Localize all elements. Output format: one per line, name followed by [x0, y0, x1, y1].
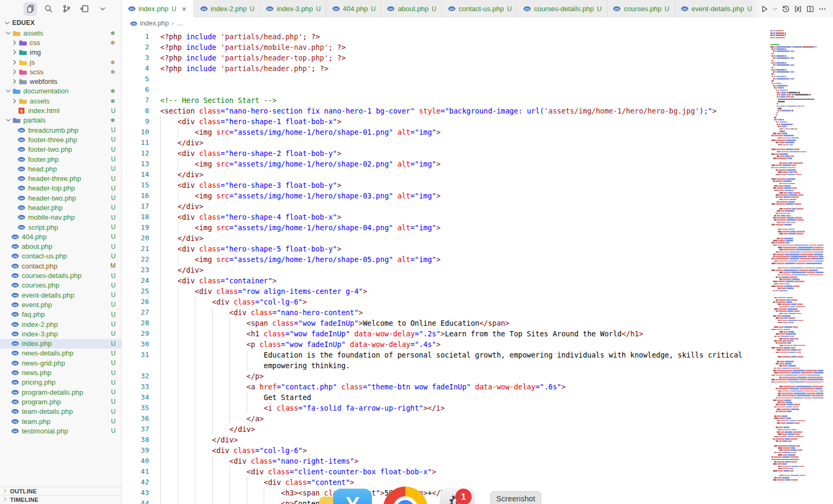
php-icon: php — [17, 223, 25, 231]
tree-item-contact-us-php[interactable]: phpcontact-us.phpU — [0, 251, 122, 261]
tree-item-scss[interactable]: scss — [0, 67, 122, 76]
tab-index-2-php[interactable]: phpindex-2.phpU — [194, 0, 261, 18]
php-icon: php — [17, 164, 25, 173]
line-number: 43 — [122, 488, 149, 498]
tree-item-assets[interactable]: assets — [0, 96, 122, 106]
folder-icon — [19, 97, 27, 105]
indent-guide — [178, 339, 195, 350]
views-chevron-icon[interactable] — [96, 2, 109, 16]
git-status-badge: U — [111, 243, 116, 250]
chevron-right-icon — [11, 68, 19, 76]
git-status-badge: U — [111, 301, 116, 308]
tree-item-documentation[interactable]: documentation — [0, 86, 122, 96]
indent-guide — [160, 466, 178, 477]
tree-item-courses-details-php[interactable]: phpcourses-details.phpU — [0, 271, 122, 280]
code-text: <p class="wow fadeInUp" data-wow-delay="… — [247, 339, 441, 350]
tree-item-footer-three-php[interactable]: phpfooter-three.phpU — [0, 135, 122, 144]
tree-item-index-php[interactable]: phpindex.phpU — [0, 339, 122, 349]
open-changes-button[interactable] — [793, 3, 803, 15]
breadcrumb-more[interactable]: … — [176, 20, 183, 27]
tree-item-img[interactable]: img — [0, 48, 122, 57]
tree-item-news-details-php[interactable]: phpnews-details.phpU — [0, 349, 122, 358]
tree-item-testimonial-php[interactable]: phptestimonial.phpU — [0, 426, 122, 436]
minimap[interactable] — [770, 30, 823, 497]
more-actions-button[interactable] — [817, 3, 828, 15]
explorer-icon[interactable] — [23, 2, 37, 16]
code-line: 16<img src="assets/img/home-1/hero/shape… — [122, 190, 833, 201]
tree-root-eduex[interactable]: EDUEX — [0, 18, 122, 28]
tree-item-script-php[interactable]: phpscript.phpU — [0, 222, 122, 232]
tree-item-js[interactable]: js — [0, 57, 122, 67]
tree-item-pricing-php[interactable]: phppricing.phpU — [0, 378, 122, 387]
run-button[interactable] — [759, 3, 770, 15]
tab-index-php[interactable]: phpindex.phpU× — [122, 0, 194, 18]
tree-item-team-php[interactable]: phpteam.phpU — [0, 416, 122, 426]
code-editor[interactable]: 1<?php include 'partials/head.php'; ?>2<… — [122, 29, 833, 504]
code-text: </a> — [247, 413, 264, 424]
line-number: 12 — [122, 148, 149, 159]
timeline-button[interactable] — [780, 3, 791, 15]
search-icon[interactable] — [41, 2, 55, 16]
tree-item-news-php[interactable]: phpnews.phpU — [0, 368, 122, 377]
tree-item-about-php[interactable]: phpabout.phpU — [0, 242, 122, 251]
tree-item-event-details-php[interactable]: phpevent-details.phpU — [0, 290, 122, 300]
tree-item-webfonts[interactable]: webfonts — [0, 76, 122, 86]
tree-item-label: event.php — [22, 301, 52, 309]
tree-item-head-php[interactable]: phphead.phpU — [0, 164, 122, 173]
tree-item-404-php[interactable]: php404.phpU — [0, 232, 122, 241]
tree-item-css[interactable]: css — [0, 38, 122, 47]
indent-guide — [178, 350, 195, 360]
timeline-panel-header[interactable]: TIMELINE — [0, 496, 122, 504]
tree-item-faq-php[interactable]: phpfaq.phpU — [0, 310, 122, 319]
tree-item-event-php[interactable]: phpevent.phpU — [0, 300, 122, 309]
tab-404-php[interactable]: php404.phpU — [326, 0, 381, 18]
tree-item-label: event-details.php — [22, 291, 74, 299]
indent-guide — [160, 275, 178, 286]
tree-item-program-details-php[interactable]: phpprogram-details.phpU — [0, 387, 122, 397]
split-editor-button[interactable] — [805, 3, 815, 15]
line-number: 1 — [122, 31, 149, 42]
svg-text:php: php — [268, 7, 272, 10]
tree-item-breadcrumb-php[interactable]: phpbreadcrumb.phpU — [0, 125, 122, 135]
close-icon[interactable]: × — [180, 5, 188, 13]
tab-courses-details-php[interactable]: phpcourses-details.phpU — [517, 0, 607, 18]
php-icon: php — [387, 5, 395, 13]
svg-text:php: php — [13, 342, 17, 345]
php-icon: php — [11, 340, 19, 348]
git-status-badge: U — [171, 5, 176, 13]
tree-item-team-details-php[interactable]: phpteam-details.phpU — [0, 407, 122, 416]
tab-index-3-php[interactable]: phpindex-3.phpU — [261, 0, 327, 18]
breadcrumb-file[interactable]: index.php — [140, 20, 169, 27]
tree-item-partials[interactable]: partials — [0, 116, 122, 125]
extensions-icon[interactable] — [77, 2, 91, 16]
tree-item-header-php[interactable]: phpheader.phpU — [0, 203, 122, 212]
outline-panel-header[interactable]: OUTLINE — [0, 486, 122, 496]
indent-guide — [160, 498, 178, 504]
tree-item-header-three-php[interactable]: phpheader-three.phpU — [0, 173, 122, 183]
tree-item-assets[interactable]: assets — [0, 28, 122, 38]
indent-guide — [212, 498, 230, 504]
git-status-badge: U — [111, 330, 116, 337]
tab-courses-php[interactable]: phpcourses.phpU — [608, 0, 675, 18]
indent-guide — [178, 127, 195, 137]
tab-event-details-php[interactable]: phpevent-details.phpU — [675, 0, 758, 18]
tab-contact-us-php[interactable]: phpcontact-us.phpU — [442, 0, 518, 18]
tree-item-header-two-php[interactable]: phpheader-two.phpU — [0, 193, 122, 203]
tree-item-news-grid-php[interactable]: phpnews-grid.phpU — [0, 358, 122, 368]
indent-guide — [195, 339, 212, 350]
tree-item-index-html[interactable]: 5index.htmlU — [0, 106, 122, 115]
tree-item-contact-php[interactable]: phpcontact.phpM — [0, 261, 122, 271]
tree-item-courses-php[interactable]: phpcourses.phpU — [0, 281, 122, 290]
source-control-icon[interactable] — [59, 2, 73, 16]
indent-guide — [178, 392, 195, 403]
tree-item-header-top-php[interactable]: phpheader-top.phpU — [0, 184, 122, 193]
tree-item-index-3-php[interactable]: phpindex-3.phpU — [0, 329, 122, 338]
tab-about-php[interactable]: phpabout.phpU — [381, 0, 442, 18]
tree-item-program-php[interactable]: phpprogram.phpU — [0, 397, 122, 406]
tree-item-footer-two-php[interactable]: phpfooter-two.phpU — [0, 145, 122, 154]
indent-guide — [229, 371, 247, 381]
tree-item-footer-php[interactable]: phpfooter.phpU — [0, 154, 122, 164]
tree-item-index-2-php[interactable]: phpindex-2.phpU — [0, 319, 122, 329]
tree-item-mobile-nav-php[interactable]: phpmobile-nav.phpU — [0, 213, 122, 222]
run-dropdown[interactable] — [771, 3, 779, 15]
